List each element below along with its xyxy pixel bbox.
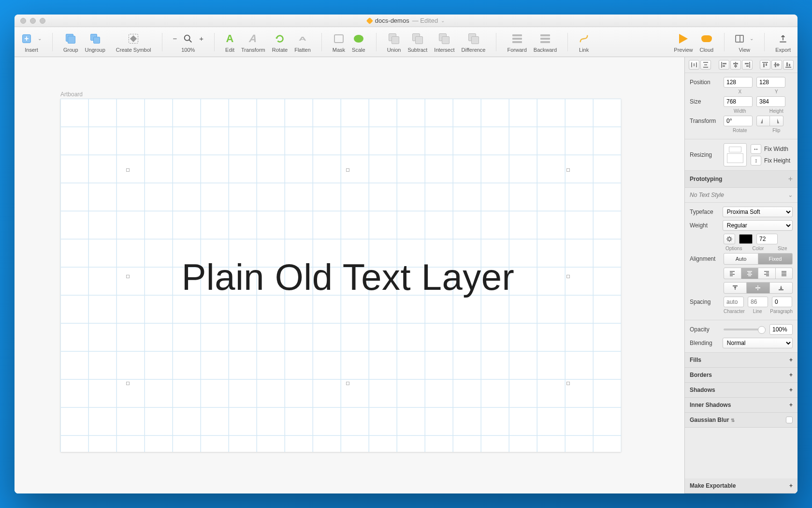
text-align-center-button[interactable] <box>741 268 759 279</box>
view-button[interactable]: ⌄View <box>735 31 754 53</box>
svg-rect-9 <box>723 63 726 64</box>
line-spacing-input[interactable] <box>748 297 768 307</box>
transform-button[interactable]: ATransform <box>241 31 265 53</box>
close-button[interactable] <box>20 18 26 24</box>
handle-top-middle[interactable] <box>346 168 349 172</box>
insert-button[interactable]: +⌄ Insert <box>21 31 42 53</box>
align-toolbar <box>685 57 798 73</box>
zoom-in-button[interactable]: + <box>199 34 203 43</box>
subtract-button[interactable]: Subtract <box>407 31 427 53</box>
resizing-constraints[interactable] <box>724 143 747 166</box>
handle-bottom-left[interactable] <box>126 382 130 385</box>
link-button[interactable]: Link <box>579 31 589 53</box>
width-input[interactable] <box>724 96 753 107</box>
backward-button[interactable]: Backward <box>534 31 557 53</box>
valign-bottom-button[interactable] <box>770 282 793 294</box>
alignment-auto-button[interactable]: Auto <box>724 253 758 265</box>
document-title[interactable]: docs-demos — Edited ⌄ <box>367 17 445 24</box>
handle-top-right[interactable] <box>566 168 570 172</box>
scale-button[interactable]: Scale <box>352 31 365 53</box>
export-button[interactable]: Export <box>775 31 791 53</box>
artboard[interactable]: Plain Old Text Layer <box>60 99 621 452</box>
position-y-input[interactable] <box>756 77 785 88</box>
shadows-header[interactable]: Shadows+ <box>685 383 798 398</box>
character-spacing-input[interactable] <box>724 297 744 307</box>
valign-middle-button[interactable] <box>747 282 769 294</box>
align-bottom-button[interactable] <box>783 60 794 70</box>
add-shadow-button[interactable]: + <box>789 387 793 393</box>
text-align-left-button[interactable] <box>724 268 741 279</box>
flip-v-button[interactable] <box>770 116 783 126</box>
valign-top-button[interactable] <box>724 282 747 294</box>
cloud-button[interactable]: Cloud <box>699 31 713 53</box>
add-fill-button[interactable]: + <box>789 357 793 363</box>
rotate-button[interactable]: Rotate <box>272 31 288 53</box>
fix-width-button[interactable]: ↔ <box>751 144 761 154</box>
fix-height-button[interactable]: ↕ <box>751 156 761 165</box>
add-export-button[interactable]: + <box>789 482 793 489</box>
handle-middle-right[interactable] <box>566 275 570 278</box>
create-symbol-button[interactable]: Create Symbol <box>116 31 151 53</box>
fills-header[interactable]: Fills+ <box>685 353 798 368</box>
canvas[interactable]: Artboard Plain Old Text Layer <box>14 57 684 493</box>
opacity-input[interactable] <box>769 324 793 335</box>
typeface-select[interactable]: Proxima Soft <box>723 207 793 217</box>
align-center-h-button[interactable] <box>730 60 741 70</box>
difference-button[interactable]: Difference <box>462 31 486 53</box>
text-align-justify-button[interactable] <box>776 268 793 279</box>
font-size-input[interactable] <box>756 234 778 244</box>
chevron-updown-icon: ⇅ <box>731 418 735 423</box>
edit-button[interactable]: AEdit <box>225 31 234 53</box>
gaussian-blur-header[interactable]: Gaussian Blur⇅ <box>685 413 798 428</box>
height-input[interactable] <box>756 96 785 107</box>
opacity-slider[interactable] <box>724 329 766 330</box>
handle-bottom-middle[interactable] <box>346 382 349 385</box>
make-exportable-header[interactable]: Make Exportable+ <box>685 478 798 493</box>
add-inner-shadow-button[interactable]: + <box>789 402 793 408</box>
forward-button[interactable]: Forward <box>507 31 526 53</box>
align-center-v-button[interactable] <box>771 60 782 70</box>
position-x-input[interactable] <box>724 77 753 88</box>
handle-middle-left[interactable] <box>126 275 130 278</box>
rotate-input[interactable] <box>724 116 753 126</box>
zoom-control[interactable]: − + 100% <box>173 31 204 53</box>
paragraph-spacing-input[interactable] <box>772 297 792 307</box>
borders-header[interactable]: Borders+ <box>685 368 798 383</box>
handle-top-left[interactable] <box>126 168 130 172</box>
ungroup-icon <box>90 34 100 44</box>
flatten-button[interactable]: AFlatten <box>294 31 311 53</box>
distribute-h-button[interactable] <box>689 60 699 70</box>
inner-shadows-header[interactable]: Inner Shadows+ <box>685 398 798 413</box>
flip-h-button[interactable] <box>756 116 770 126</box>
union-button[interactable]: Union <box>387 31 401 53</box>
ungroup-button[interactable]: Ungroup <box>85 31 105 53</box>
text-layer[interactable]: Plain Old Text Layer <box>182 256 515 298</box>
intersect-button[interactable]: Intersect <box>434 31 454 53</box>
mask-button[interactable]: Mask <box>333 31 345 53</box>
add-border-button[interactable]: + <box>789 372 793 378</box>
align-right-button[interactable] <box>742 60 753 70</box>
text-color-swatch[interactable] <box>739 234 753 244</box>
prototyping-header[interactable]: Prototyping+ <box>685 171 798 188</box>
weight-select[interactable]: Regular <box>723 220 793 231</box>
align-left-button[interactable] <box>719 60 729 70</box>
group-button[interactable]: Group <box>63 31 78 53</box>
svg-rect-19 <box>766 63 767 66</box>
artboard-label[interactable]: Artboard <box>60 91 83 98</box>
text-options-button[interactable] <box>724 234 735 244</box>
selection-bounds[interactable]: Plain Old Text Layer <box>128 170 568 383</box>
zoom-button[interactable] <box>40 18 45 24</box>
text-style-dropdown[interactable]: No Text Style⌄ <box>685 188 798 203</box>
handle-bottom-right[interactable] <box>566 382 570 385</box>
distribute-v-button[interactable] <box>700 60 711 70</box>
alignment-fixed-button[interactable]: Fixed <box>758 253 793 265</box>
blur-checkbox[interactable] <box>786 417 793 423</box>
add-prototype-button[interactable]: + <box>788 175 793 183</box>
text-align-right-button[interactable] <box>758 268 776 279</box>
intersect-icon <box>439 33 450 44</box>
align-top-button[interactable] <box>760 60 770 70</box>
minimize-button[interactable] <box>30 18 36 24</box>
preview-button[interactable]: Preview <box>674 31 693 53</box>
zoom-out-button[interactable]: − <box>173 34 177 43</box>
blending-select[interactable]: Normal <box>723 338 793 348</box>
